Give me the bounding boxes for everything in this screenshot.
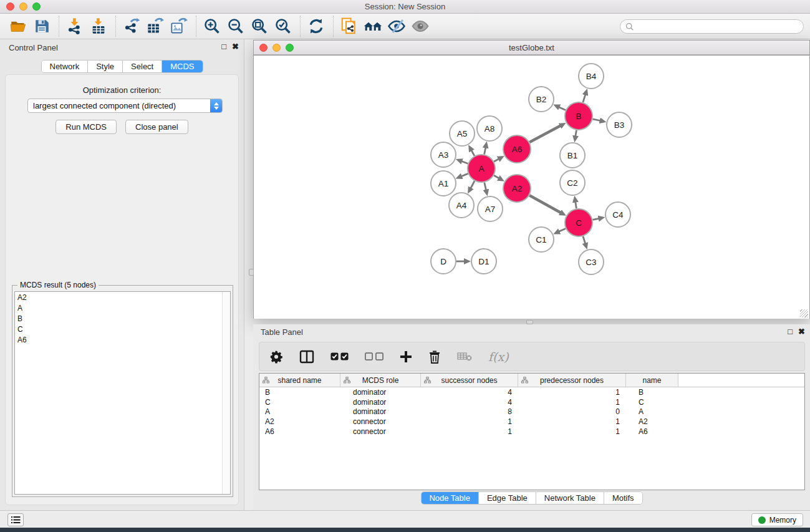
edge-A-A4[interactable] (471, 181, 475, 188)
table-tab-motifs[interactable]: Motifs (604, 492, 642, 504)
node-table[interactable]: shared nameMCDS rolesuccessor nodesprede… (259, 373, 805, 490)
edge-A-A7[interactable] (485, 183, 486, 190)
node-D1[interactable]: D1 (471, 249, 496, 274)
zoom-fit-icon[interactable] (250, 17, 269, 36)
table-cell[interactable]: C (259, 398, 340, 407)
table-tab-node-table[interactable]: Node Table (421, 492, 479, 504)
edge-C-C4[interactable] (593, 218, 599, 220)
table-cell[interactable]: 1 (518, 417, 626, 426)
gear-icon[interactable] (269, 350, 283, 364)
tab-mcds[interactable]: MCDS (162, 60, 202, 72)
add-column-icon[interactable] (400, 351, 412, 363)
node-C2[interactable]: C2 (560, 170, 585, 195)
result-item[interactable]: C (15, 324, 230, 334)
refresh-icon[interactable] (307, 17, 325, 36)
result-item[interactable]: B (15, 313, 230, 324)
edge-A-A8[interactable] (485, 147, 486, 154)
task-history-button[interactable] (7, 513, 24, 526)
function-builder-icon[interactable]: f(x) (488, 350, 509, 364)
delete-table-icon[interactable] (457, 352, 472, 362)
resize-grip-icon[interactable] (800, 309, 808, 317)
node-A[interactable]: A (468, 155, 495, 182)
node-D[interactable]: D (431, 249, 456, 274)
home-view-icon[interactable] (364, 17, 382, 36)
edge-A-A3[interactable] (461, 162, 468, 164)
edge-A6-B[interactable] (529, 126, 561, 143)
zoom-out-icon[interactable] (226, 17, 245, 36)
column-header-predecessor-nodes[interactable]: predecessor nodes (518, 374, 626, 387)
close-traffic-light[interactable] (6, 2, 14, 11)
hide-eye-icon[interactable] (387, 17, 406, 36)
table-cell[interactable]: A (259, 407, 340, 416)
node-A6[interactable]: A6 (503, 135, 531, 163)
node-B3[interactable]: B3 (607, 112, 632, 137)
table-cell[interactable]: 1 (421, 427, 518, 436)
table-cell[interactable]: 8 (421, 407, 518, 416)
node-A7[interactable]: A7 (478, 196, 503, 221)
network-graph[interactable]: B4B2BB3A5A8A6A3B1AA1C2A2A4A7C4CC1C3DD1 (254, 56, 809, 319)
table-cell[interactable]: C (626, 398, 678, 407)
column-header-shared-name[interactable]: shared name (259, 374, 340, 387)
tab-style[interactable]: Style (88, 60, 123, 72)
node-C3[interactable]: C3 (579, 249, 604, 274)
horizontal-splitter-handle[interactable] (526, 320, 533, 324)
mcds-result-list[interactable]: A2ABCA6 (14, 291, 231, 495)
zoom-selected-icon[interactable] (274, 17, 292, 36)
table-cell[interactable]: dominator (340, 388, 421, 397)
table-cell[interactable]: 1 (518, 398, 626, 407)
table-cell[interactable]: A2 (626, 417, 678, 426)
node-A1[interactable]: A1 (431, 171, 456, 196)
table-cell[interactable]: connector (340, 417, 421, 426)
table-cell[interactable]: 1 (518, 388, 626, 397)
table-row[interactable]: Bdominator41B (259, 387, 804, 397)
edge-B-B1[interactable] (576, 130, 577, 137)
node-C1[interactable]: C1 (529, 227, 554, 252)
table-cell[interactable]: 4 (421, 398, 518, 407)
node-C4[interactable]: C4 (605, 202, 630, 227)
save-icon[interactable] (32, 17, 51, 36)
criterion-dropdown[interactable]: largest connected component (directed) (27, 99, 223, 113)
network-maximize-traffic-light[interactable] (286, 44, 294, 52)
table-cell[interactable]: B (259, 388, 340, 397)
table-cell[interactable]: connector (340, 427, 421, 436)
node-B2[interactable]: B2 (529, 87, 554, 112)
table-tab-network-table[interactable]: Network Table (536, 492, 604, 504)
table-cell[interactable]: A6 (626, 427, 678, 436)
node-C[interactable]: C (565, 209, 592, 236)
tab-network[interactable]: Network (41, 60, 88, 72)
node-B1[interactable]: B1 (560, 143, 585, 168)
table-cell[interactable]: A (626, 407, 678, 416)
show-eye-icon[interactable] (411, 17, 430, 36)
node-A5[interactable]: A5 (450, 121, 475, 146)
close-table-panel-icon[interactable]: ✖ (798, 327, 805, 336)
result-item[interactable]: A2 (15, 292, 230, 302)
node-B[interactable]: B (565, 102, 592, 130)
table-row[interactable]: Adominator80A (259, 407, 804, 417)
table-row[interactable]: Cdominator41C (259, 397, 804, 407)
edge-A-A6[interactable] (494, 159, 499, 162)
network-close-traffic-light[interactable] (259, 44, 268, 52)
open-folder-icon[interactable] (9, 17, 27, 36)
export-network-icon[interactable] (122, 17, 141, 36)
minimize-traffic-light[interactable] (19, 2, 27, 11)
column-view-icon[interactable] (299, 349, 314, 364)
node-A4[interactable]: A4 (449, 193, 474, 218)
table-cell[interactable]: 1 (421, 417, 518, 426)
run-mcds-button[interactable]: Run MCDS (55, 120, 117, 134)
node-A2[interactable]: A2 (503, 175, 531, 202)
node-B4[interactable]: B4 (579, 64, 604, 89)
float-table-panel-icon[interactable]: □ (788, 327, 793, 336)
close-panel-button[interactable]: Close panel (125, 120, 188, 134)
network-snapshot-icon[interactable] (340, 17, 359, 36)
zoom-in-icon[interactable] (203, 17, 221, 36)
network-canvas[interactable]: B4B2BB3A5A8A6A3B1AA1C2A2A4A7C4CC1C3DD1 (254, 55, 809, 319)
table-row[interactable]: A2connector11A2 (259, 417, 804, 427)
float-panel-icon[interactable]: □ (221, 42, 226, 51)
search-input[interactable] (620, 19, 804, 34)
table-cell[interactable]: A6 (259, 427, 340, 436)
edge-B-B2[interactable] (559, 107, 566, 110)
table-tab-edge-table[interactable]: Edge Table (479, 492, 536, 504)
column-header-MCDS-role[interactable]: MCDS role (340, 374, 421, 387)
table-cell[interactable]: 4 (421, 388, 518, 397)
edge-A-A1[interactable] (461, 173, 468, 176)
